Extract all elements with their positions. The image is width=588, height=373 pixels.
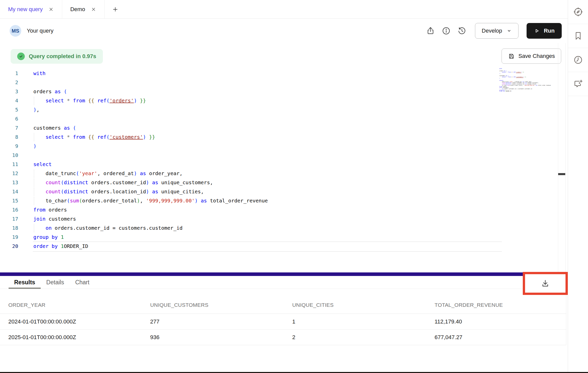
close-icon[interactable] xyxy=(48,7,54,12)
chat-sparkles-icon xyxy=(573,79,583,89)
code-token: ) xyxy=(195,198,198,204)
code-line-12[interactable]: 12 date_trunc('year', ordered_at) as ord… xyxy=(0,169,557,178)
develop-label: Develop xyxy=(482,28,502,34)
code-token: join xyxy=(33,216,49,222)
download-results-button[interactable] xyxy=(525,274,566,293)
code-token: as xyxy=(137,170,149,176)
table-cell: 936 xyxy=(150,334,292,341)
code-line-16[interactable]: 16from orders xyxy=(0,205,557,214)
code-token: orders xyxy=(49,207,67,213)
ai-assistant-button[interactable] xyxy=(568,72,588,96)
save-changes-button[interactable]: Save Changes xyxy=(502,49,561,64)
scrollbar-track-outer xyxy=(565,43,566,272)
code-line-7[interactable]: 7customers as ( xyxy=(0,123,557,132)
code-line-10[interactable]: 10 xyxy=(0,151,557,160)
line-number: 8 xyxy=(0,132,18,142)
play-icon xyxy=(534,28,540,34)
code-token: as xyxy=(149,179,161,185)
history-button[interactable] xyxy=(456,25,468,37)
bookmarks-button[interactable] xyxy=(568,24,588,48)
code-token: * xyxy=(67,134,73,140)
explore-button[interactable] xyxy=(568,0,588,24)
query-header: MS Your query xyxy=(0,19,568,43)
line-number: 9 xyxy=(0,142,18,151)
tab-results[interactable]: Results xyxy=(9,276,41,289)
run-button[interactable]: Run xyxy=(527,23,562,39)
new-tab-button[interactable] xyxy=(105,0,126,18)
table-row: 2024-01-01T00:00:00.000Z2771112,179.40 xyxy=(0,314,566,330)
code-token: ORDER_ID xyxy=(64,243,88,249)
recent-history-button[interactable] xyxy=(568,48,588,72)
develop-button[interactable]: Develop xyxy=(475,23,519,39)
code-line-3[interactable]: 3orders as ( xyxy=(0,87,557,96)
code-text: select * from {{ ref('customers') }} xyxy=(33,132,557,142)
app-window: My new query Demo MS Your query xyxy=(0,0,588,373)
code-line-1[interactable]: 1with xyxy=(0,69,557,78)
code-token: date_trunc xyxy=(46,170,76,176)
main-area: My new query Demo MS Your query xyxy=(0,0,568,372)
code-token: ( xyxy=(76,170,79,176)
code-token: order_year xyxy=(149,170,179,176)
code-token: ) xyxy=(33,107,36,113)
clock-icon xyxy=(573,55,583,65)
code-token: orders.order_total xyxy=(82,198,137,204)
sql-editor[interactable]: Query completed in 0.97s Save Changes 1w… xyxy=(0,43,568,272)
code-line-5[interactable]: 5), xyxy=(0,105,557,114)
code-token: distinct xyxy=(64,189,91,195)
code-text: select * from {{ ref('orders') }} xyxy=(33,96,557,105)
code-line-14[interactable]: 14 count(distinct orders.location_id) as… xyxy=(0,187,557,196)
table-body: 2024-01-01T00:00:00.000Z2771112,179.4020… xyxy=(0,314,566,345)
sidebar-spacer xyxy=(568,96,588,372)
code-line-4[interactable]: 4 select * from {{ ref('orders') }} xyxy=(0,96,557,105)
minimap[interactable]: with orders as ( select * from {{ ref('o… xyxy=(499,68,538,92)
indent-guide xyxy=(34,197,34,205)
info-button[interactable] xyxy=(440,25,452,37)
code-line-11[interactable]: 11select xyxy=(0,160,557,169)
code-line-18[interactable]: 18 on orders.customer_id = customers.cus… xyxy=(0,223,557,232)
share-button[interactable] xyxy=(424,25,437,37)
code-line-2[interactable]: 2 xyxy=(0,78,557,87)
code-token: select xyxy=(33,161,52,167)
code-text: ) xyxy=(33,142,557,151)
code-text: select xyxy=(33,160,557,169)
code-line-17[interactable]: 17join customers xyxy=(0,214,557,223)
minimap-line: order by 1ORDER_ID xyxy=(499,91,538,92)
table-cell: 2025-01-01T00:00:00.000Z xyxy=(8,334,150,341)
scrollbar-thumb[interactable] xyxy=(558,173,565,175)
code-token: ( xyxy=(73,125,76,131)
line-number: 19 xyxy=(0,232,18,242)
code-line-15[interactable]: 15 to_char(sum(orders.order_total), '999… xyxy=(0,196,557,205)
tab-chart[interactable]: Chart xyxy=(70,276,95,289)
code-token: to_char xyxy=(46,198,67,204)
code-line-20[interactable]: 20order by 1ORDER_ID xyxy=(0,242,557,251)
code-token: from xyxy=(33,207,49,213)
table-header-row: ORDER_YEARUNIQUE_CUSTOMERSUNIQUE_CITIEST… xyxy=(0,289,566,314)
code-token: customers.customer_id xyxy=(119,225,183,231)
code-token: as xyxy=(198,198,210,204)
code-area[interactable]: 1with23orders as (4 select * from {{ ref… xyxy=(0,69,557,251)
close-icon[interactable] xyxy=(91,7,96,12)
code-token xyxy=(33,198,46,204)
code-token: ( xyxy=(79,198,82,204)
code-token: }} xyxy=(149,134,155,140)
code-token: distinct xyxy=(64,179,91,185)
code-token: , xyxy=(201,189,204,195)
code-line-6[interactable]: 6 xyxy=(0,114,557,123)
code-line-13[interactable]: 13 count(distinct orders.customer_id) as… xyxy=(0,178,557,187)
code-token: ) xyxy=(134,98,137,104)
code-line-19[interactable]: 19group by 1 xyxy=(0,232,557,242)
panel-divider-bar[interactable] xyxy=(0,272,568,276)
code-token: ref xyxy=(97,134,106,140)
tab-details[interactable]: Details xyxy=(41,276,70,289)
code-line-8[interactable]: 8 select * from {{ ref('customers') }} xyxy=(0,132,557,142)
code-line-9[interactable]: 9) xyxy=(0,142,557,151)
column-header: UNIQUE_CITIES xyxy=(292,302,435,314)
tab-demo[interactable]: Demo xyxy=(62,0,105,18)
code-token: ref xyxy=(97,98,106,104)
code-token: , xyxy=(97,170,103,176)
code-text: with xyxy=(33,69,557,78)
share-icon xyxy=(426,26,435,35)
code-token: from xyxy=(73,98,88,104)
tab-my-new-query[interactable]: My new query xyxy=(0,0,62,18)
code-token: as xyxy=(149,189,161,195)
